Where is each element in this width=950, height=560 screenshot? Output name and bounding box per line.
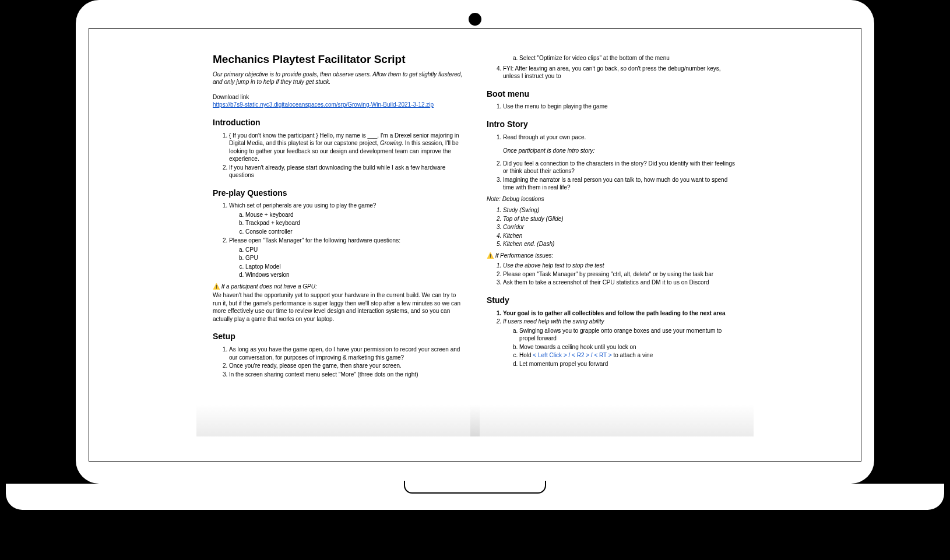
intro-list: { If you don't know the participant } He… [213,132,463,179]
gpu-warn-text: If a participant does not have a GPU: [221,283,317,290]
is-2: Did you feel a connection to the charact… [503,160,737,175]
intro-item-1: { If you don't know the participant } He… [229,132,463,163]
intro-item-2: If you haven't already, please start dow… [229,164,463,179]
study-2-text: If users need help with the swing abilit… [503,318,604,325]
page-2: Select "Optimize for video clips" at the… [487,52,737,434]
gpu-warn-body: We haven't had the opportunity yet to su… [213,291,463,323]
pp-item-2: Please open "Task Manager" for the follo… [229,237,463,279]
study-2a: Swinging allows you to grapple onto oran… [519,327,737,343]
loc-5: Kitchen end. (Dash) [503,240,737,248]
perf-1: Use the above help text to stop the test [503,262,737,270]
setup-cont-sub: Select "Optimize for video clips" at the… [503,54,737,62]
warning-icon: ⚠️ [213,283,220,290]
intro-story-heading: Intro Story [487,119,737,130]
study-1: Your goal is to gather all collectibles … [503,309,737,318]
pp1a: Mouse + keyboard [245,211,463,219]
pp1-text: Which set of peripherals are you using t… [229,202,376,209]
study-2-sub: Swinging allows you to grapple onto oran… [503,327,737,368]
study-2b: Move towards a ceiling hook until you lo… [519,343,737,351]
perf-warning: ⚠️ If Performance issues: [487,252,737,260]
document-pages: Mechanics Playtest Facilitator Script Ou… [89,29,861,461]
screen: Mechanics Playtest Facilitator Script Ou… [89,28,861,462]
download-label: Download link [213,93,463,101]
is-3: Imagining the narrator is a real person … [503,176,737,192]
preplay-list: Which set of peripherals are you using t… [213,202,463,279]
is-done-note: Once participant is done intro story: [503,147,737,155]
download-link[interactable]: https://b7s9-static.nyc3.digitaloceanspa… [213,101,434,108]
pp2c: Laptop Model [245,263,463,271]
debug-note: Note: Debug locations [487,195,737,203]
debug-locations: Study (Swing) Top of the study (Glide) C… [487,206,737,248]
study-2c: Hold < Left Click > / < R2 > / < RT > to… [519,351,737,360]
setup-heading: Setup [213,331,463,342]
study-heading: Study [487,295,737,306]
intro-heading: Introduction [213,117,463,128]
perf-3: Ask them to take a screenshot of their C… [503,279,737,287]
pp-item-1: Which set of peripherals are you using t… [229,202,463,235]
perf-2: Please open "Task Manager" by pressing "… [503,270,737,279]
page-1: Mechanics Playtest Facilitator Script Ou… [213,52,463,434]
doc-title: Mechanics Playtest Facilitator Script [213,52,463,67]
preplay-heading: Pre-play Questions [213,188,463,199]
study-2c-key: < Left Click > / < R2 > / < RT > [533,352,611,358]
pp2-text: Please open "Task Manager" for the follo… [229,237,400,244]
is-1: Read through at your own pace. [503,133,737,142]
setup-cont: FYI: After leaving an area, you can't go… [487,65,737,80]
intro-1b: Growing [380,140,402,146]
boot-1: Use the menu to begin playing the game [503,103,737,111]
study-list: Your goal is to gather all collectibles … [487,309,737,368]
loc-2: Top of the study (Glide) [503,215,737,223]
intro-story-list-2: Did you feel a connection to the charact… [487,160,737,192]
pp1-sublist: Mouse + keyboard Trackpad + keyboard Con… [229,211,463,236]
perf-list: Use the above help text to stop the test… [487,262,737,287]
pp2b: GPU [245,254,463,262]
laptop-frame: Mechanics Playtest Facilitator Script Ou… [76,0,874,484]
study-2: If users need help with the swing abilit… [503,318,737,368]
pp2a: CPU [245,246,463,254]
loc-4: Kitchen [503,232,737,240]
gpu-warning: ⚠️ If a participant does not have a GPU: [213,283,463,291]
doc-subtitle: Our primary objective is to provide goal… [213,71,463,86]
loc-1: Study (Swing) [503,206,737,214]
pp1b: Trackpad + keyboard [245,219,463,227]
camera-dot [469,13,481,26]
pp2d: Windows version [245,271,463,279]
pp2-sublist: CPU GPU Laptop Model Windows version [229,246,463,279]
setup-1: As long as you have the game open, do I … [229,346,463,361]
study-2d: Let momentum propel you forward [519,360,737,368]
intro-story-list: Read through at your own pace. [487,133,737,142]
setup-3a: Select "Optimize for video clips" at the… [519,54,737,62]
setup-2: Once you're ready, please open the game,… [229,362,463,370]
setup-4: FYI: After leaving an area, you can't go… [503,65,737,80]
boot-heading: Boot menu [487,89,737,100]
study-2c-pre: Hold [519,352,533,358]
laptop-notch [404,481,546,494]
perf-warn-text: If Performance issues: [495,252,553,259]
setup-3: In the screen sharing context menu selec… [229,371,463,379]
setup-list: As long as you have the game open, do I … [213,346,463,378]
loc-3: Corridor [503,223,737,231]
stage: Mechanics Playtest Facilitator Script Ou… [0,0,950,560]
study-2c-post: to attach a vine [612,352,653,358]
pp1c: Console controller [245,228,463,236]
warning-icon: ⚠️ [487,252,494,259]
boot-list: Use the menu to begin playing the game [487,103,737,111]
